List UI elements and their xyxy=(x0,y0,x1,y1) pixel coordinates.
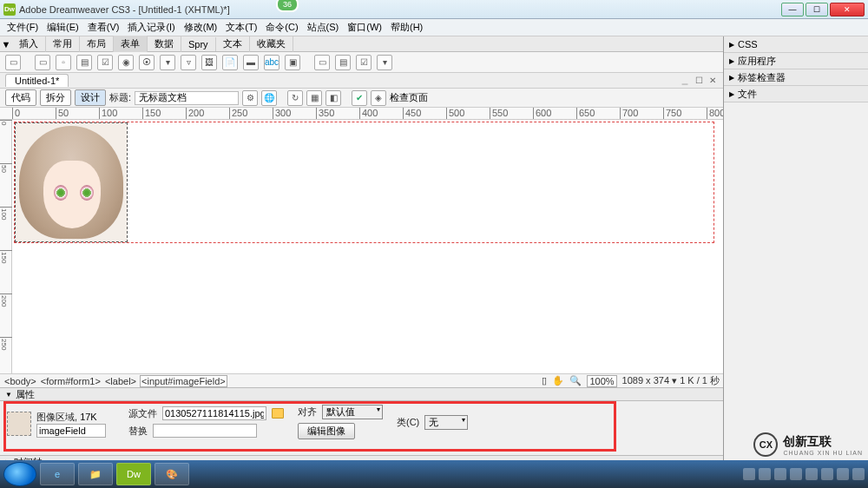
menu-file[interactable]: 文件(F) xyxy=(3,19,42,36)
view-options-icon[interactable]: ▦ xyxy=(306,90,322,106)
radiogroup-icon[interactable]: ⦿ xyxy=(139,55,155,70)
zoom-select[interactable]: 100% xyxy=(587,375,616,387)
menu-commands[interactable]: 命令(C) xyxy=(262,19,301,36)
file-mgmt-icon[interactable]: ⚙ xyxy=(242,90,258,106)
tray-icon[interactable] xyxy=(774,468,786,480)
title-input[interactable] xyxy=(135,91,239,105)
tray-icon[interactable] xyxy=(759,468,771,480)
image-field-element[interactable] xyxy=(15,122,128,242)
menu-help[interactable]: 帮助(H) xyxy=(387,19,426,36)
tab-favorites[interactable]: 收藏夹 xyxy=(250,36,293,52)
panel-css[interactable]: ▶CSS xyxy=(724,36,868,52)
browse-folder-icon[interactable] xyxy=(272,408,284,419)
tray-icon[interactable] xyxy=(743,468,755,480)
filefield-icon[interactable]: 📄 xyxy=(222,55,238,70)
tray-icon[interactable] xyxy=(837,468,849,480)
button-icon[interactable]: ▬ xyxy=(243,55,259,70)
tag-selector[interactable]: <body> <form#form1> <label> <input#image… xyxy=(3,376,227,386)
view-split-button[interactable]: 拆分 xyxy=(40,89,71,106)
menu-text[interactable]: 文本(T) xyxy=(222,19,260,36)
refresh-icon[interactable]: ↻ xyxy=(287,90,303,106)
properties-header[interactable]: ▼ 属性 xyxy=(0,387,723,401)
class-label: 类(C) xyxy=(397,416,419,429)
src-input[interactable] xyxy=(162,406,266,420)
spry-validate-text-icon[interactable]: ▭ xyxy=(314,55,330,70)
panel-files[interactable]: ▶文件 xyxy=(724,86,868,102)
dimensions-label[interactable]: 1089 x 374 ▾ 1 K / 1 秒 xyxy=(622,374,720,387)
window-title: Adobe Dreamweaver CS3 - [Untitled-1 (XHT… xyxy=(19,4,781,15)
menu-insert[interactable]: 插入记录(I) xyxy=(124,19,178,36)
imagefield-icon[interactable]: 🖼 xyxy=(201,55,217,70)
design-canvas[interactable] xyxy=(12,120,723,373)
select-icon[interactable]: ▾ xyxy=(160,55,175,70)
tab-common[interactable]: 常用 xyxy=(46,36,80,52)
select-tool-icon[interactable]: ▯ xyxy=(542,375,547,386)
minimize-button[interactable]: — xyxy=(781,3,804,16)
checkbox-icon[interactable]: ☑ xyxy=(97,55,113,70)
panel-app[interactable]: ▶应用程序 xyxy=(724,53,868,69)
tab-layout[interactable]: 布局 xyxy=(80,36,114,52)
menu-view[interactable]: 查看(V) xyxy=(84,19,123,36)
tray-icon[interactable] xyxy=(790,468,802,480)
tab-forms[interactable]: 表单 xyxy=(114,36,148,52)
taskbar: e 📁 Dw 🎨 xyxy=(0,460,868,488)
start-button[interactable] xyxy=(3,462,36,486)
insert-tabs: ▼ 插入 常用 布局 表单 数据 Spry 文本 收藏夹 xyxy=(0,36,723,52)
tray-icon[interactable] xyxy=(806,468,818,480)
document-tab[interactable]: Untitled-1* xyxy=(5,74,69,87)
check-page-label[interactable]: 检查页面 xyxy=(390,91,428,104)
close-button[interactable]: ✕ xyxy=(830,3,865,16)
align-select[interactable]: 默认值 xyxy=(322,405,383,419)
maximize-button[interactable]: ☐ xyxy=(806,3,828,16)
check-icon[interactable]: ◈ xyxy=(371,90,386,106)
task-explorer[interactable]: 📁 xyxy=(78,463,113,485)
alt-input[interactable] xyxy=(153,424,257,438)
panels-sidebar: ▶CSS ▶应用程序 ▶标签检查器 ▶文件 xyxy=(724,36,868,469)
label-icon[interactable]: abc xyxy=(264,55,279,70)
tab-data[interactable]: 数据 xyxy=(148,36,181,52)
field-name-input[interactable] xyxy=(36,424,106,438)
spry-validate-checkbox-icon[interactable]: ☑ xyxy=(356,55,372,70)
spry-validate-textarea-icon[interactable]: ▤ xyxy=(335,55,351,70)
tab-insert[interactable]: 插入 xyxy=(12,36,46,52)
system-tray[interactable] xyxy=(743,468,865,480)
placeholder-image xyxy=(19,126,123,239)
task-paint[interactable]: 🎨 xyxy=(155,463,189,485)
jumpmenu-icon[interactable]: ▿ xyxy=(181,55,196,70)
textarea-icon[interactable]: ▤ xyxy=(76,55,92,70)
alt-label: 替换 xyxy=(128,425,148,438)
class-select[interactable]: 无 xyxy=(424,415,468,430)
textfield-icon[interactable]: ▭ xyxy=(35,55,50,70)
form-element[interactable] xyxy=(14,122,714,243)
edit-image-button[interactable]: 编辑图像 xyxy=(298,423,355,439)
task-ie[interactable]: e xyxy=(40,463,75,485)
view-design-button[interactable]: 设计 xyxy=(75,89,106,106)
menu-modify[interactable]: 修改(M) xyxy=(181,19,221,36)
form-icon[interactable]: ▭ xyxy=(5,55,21,70)
chevron-down-icon: ▼ xyxy=(5,391,12,399)
menu-site[interactable]: 站点(S) xyxy=(304,19,343,36)
menu-window[interactable]: 窗口(W) xyxy=(344,19,385,36)
tray-icon[interactable] xyxy=(852,468,865,480)
fieldset-icon[interactable]: ▣ xyxy=(285,55,300,70)
tab-spry[interactable]: Spry xyxy=(181,37,216,51)
radio-icon[interactable]: ◉ xyxy=(118,55,134,70)
preview-icon[interactable]: 🌐 xyxy=(261,90,277,106)
view-code-button[interactable]: 代码 xyxy=(5,89,36,106)
task-dreamweaver[interactable]: Dw xyxy=(116,463,151,485)
panel-tag[interactable]: ▶标签检查器 xyxy=(724,69,868,85)
menu-edit[interactable]: 编辑(E) xyxy=(43,19,82,36)
zoom-tool-icon[interactable]: 🔍 xyxy=(569,375,582,386)
doc-window-controls[interactable]: ＿ ☐ ✕ xyxy=(681,75,718,87)
tab-text[interactable]: 文本 xyxy=(216,36,250,52)
validate-icon[interactable]: ✔ xyxy=(352,90,367,106)
document-toolbar: 代码 拆分 设计 标题: ⚙ 🌐 ↻ ▦ ◧ ✔ ◈ 检查页面 xyxy=(0,89,723,108)
hidden-icon[interactable]: ▫ xyxy=(56,55,71,70)
notification-badge: 36 xyxy=(276,0,299,12)
insert-collapse-icon[interactable]: ▼ xyxy=(0,39,12,49)
hand-tool-icon[interactable]: ✋ xyxy=(552,375,564,386)
spry-validate-select-icon[interactable]: ▾ xyxy=(377,55,392,70)
title-label: 标题: xyxy=(109,91,131,104)
tray-icon[interactable] xyxy=(821,468,833,480)
visual-aids-icon[interactable]: ◧ xyxy=(326,90,341,106)
